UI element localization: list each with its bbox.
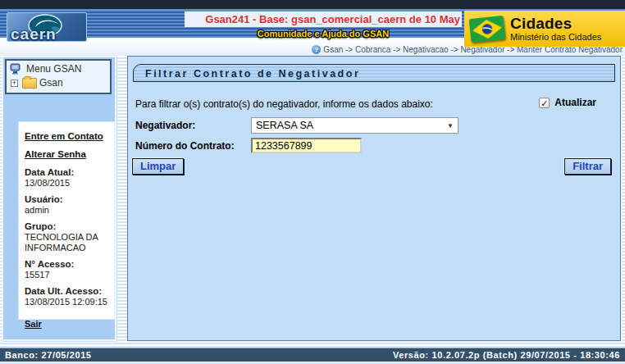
caern-logo-text: caern [11, 25, 57, 43]
info-label: Grupo: [25, 221, 111, 231]
info-item: Usuário: admin [25, 194, 111, 216]
info-value: 13/08/2015 [25, 178, 111, 189]
menu-gsan-icon [10, 63, 22, 75]
info-item: Data Ult. Acesso: 13/08/2015 12:09:15 [25, 286, 111, 308]
atualizar-checkbox[interactable]: ✓ [539, 98, 550, 108]
folder-icon [22, 78, 37, 89]
expand-plus-icon[interactable]: + [11, 80, 18, 87]
limpar-button[interactable]: Limpar [132, 158, 184, 175]
footer-version: Versão: 10.2.07.2p (Batch) 29/07/2015 - … [393, 350, 620, 360]
top-navy-bar [0, 0, 625, 10]
info-item: N° Acesso: 15517 [25, 259, 111, 281]
brazil-flag-icon [469, 15, 506, 42]
info-item: Data Atual: 13/08/2015 [25, 167, 111, 189]
page-title: Filtrar Contrato de Negativador [133, 64, 615, 82]
cidades-wordmark: Cidades Ministério das Cidades [510, 16, 601, 42]
main-content-panel: Filtrar Contrato de Negativador Para fil… [127, 56, 621, 341]
filter-instruction-text: Para filtrar o(s) contrato(s) do negativ… [135, 98, 433, 110]
sidebar: Menu GSAN + Gsan Entre em Contato Altera… [2, 56, 116, 341]
info-value: 13/08/2015 12:09:15 [25, 297, 111, 308]
link-entre-em-contato[interactable]: Entre em Contato [25, 131, 111, 141]
community-help-link[interactable]: Comunidade e Ajuda do GSAN [185, 29, 462, 39]
negativador-selected-value: SERASA SA [256, 120, 313, 131]
menu-gsan-header: Menu GSAN [10, 63, 110, 75]
ministerio-cidades-logo: Cidades Ministério das Cidades [464, 11, 625, 47]
numero-contrato-label: Número do Contrato: [135, 140, 235, 152]
chevron-down-icon: ▼ [447, 122, 454, 130]
cidades-title: Cidades [510, 16, 601, 31]
info-label: Data Atual: [25, 167, 111, 177]
info-label: N° Acesso: [25, 259, 111, 269]
menu-gsan-label: Menu GSAN [26, 63, 81, 75]
gsan-app-window: caern Gsan241 - Base: gsan_comercial_cae… [0, 0, 625, 364]
info-value: admin [25, 205, 111, 216]
negativador-label: Negativador: [135, 120, 195, 131]
help-icon[interactable]: ? [312, 45, 321, 54]
negativador-select[interactable]: SERASA SA ▼ [251, 117, 458, 134]
link-sair[interactable]: Sair [25, 319, 42, 329]
atualizar-row: ✓ Atualizar [539, 97, 596, 108]
cidades-subtitle: Ministério das Cidades [510, 33, 601, 42]
menu-tree-box: Menu GSAN + Gsan [5, 59, 112, 94]
tree-node-label[interactable]: Gsan [39, 77, 63, 89]
base-title-bar: Gsan241 - Base: gsan_comercial_caern de … [185, 11, 462, 27]
filtrar-button[interactable]: Filtrar [564, 158, 611, 175]
status-footer-bar: Banco: 27/05/2015 Versão: 10.2.07.2p (Ba… [0, 348, 625, 362]
caern-logo: caern [7, 12, 87, 42]
info-value: TECNOLOGIA DA INFORMACAO [25, 232, 111, 255]
info-item: Grupo: TECNOLOGIA DA INFORMACAO [25, 221, 111, 255]
info-value: 15517 [25, 270, 111, 281]
info-label: Data Ult. Acesso: [25, 286, 111, 296]
info-label: Usuário: [25, 194, 111, 204]
footer-banco-date: Banco: 27/05/2015 [5, 350, 92, 360]
session-info-box: Entre em Contato Alterar Senha Data Atua… [18, 121, 115, 320]
atualizar-label: Atualizar [554, 97, 596, 108]
numero-contrato-input[interactable] [251, 138, 362, 153]
tree-node-gsan[interactable]: + Gsan [11, 77, 110, 89]
link-alterar-senha[interactable]: Alterar Senha [25, 149, 111, 159]
